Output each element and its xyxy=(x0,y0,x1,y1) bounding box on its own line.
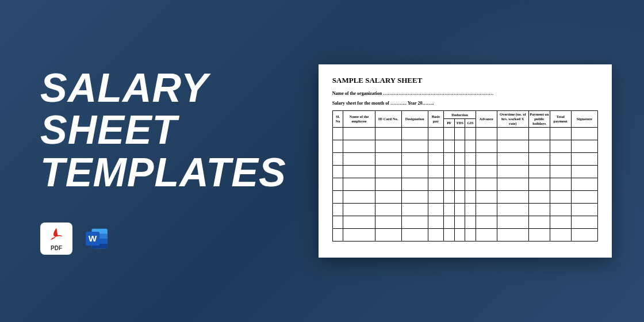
document-preview: SAMPLE SALARY SHEET Name of the organiza… xyxy=(319,64,612,257)
pdf-symbol-icon xyxy=(48,227,65,244)
table-cell xyxy=(465,140,476,152)
org-line: Name of the organization ………………………………………… xyxy=(332,91,598,96)
table-cell xyxy=(550,203,571,216)
word-icon: W xyxy=(80,223,113,255)
table-cell xyxy=(375,216,401,228)
table-cell xyxy=(497,165,528,178)
table-cell xyxy=(465,203,476,216)
format-icons: PDF W xyxy=(40,223,309,255)
table-cell xyxy=(571,203,597,216)
table-row xyxy=(332,190,597,203)
title-line-1: SALARY xyxy=(40,67,309,110)
table-cell xyxy=(497,127,528,140)
table-cell xyxy=(428,178,444,190)
table-cell xyxy=(428,203,444,216)
table-cell xyxy=(476,152,497,165)
table-cell xyxy=(401,140,428,152)
table-cell xyxy=(550,165,571,178)
table-cell xyxy=(343,152,375,165)
table-cell xyxy=(476,216,497,228)
table-cell xyxy=(571,127,597,140)
table-cell xyxy=(343,203,375,216)
table-cell xyxy=(497,152,528,165)
word-symbol-icon: W xyxy=(80,225,113,252)
th-pf: PF xyxy=(444,119,454,127)
table-cell xyxy=(343,216,375,228)
table-cell xyxy=(476,190,497,203)
table-cell xyxy=(550,152,571,165)
document-preview-panel: SAMPLE SALARY SHEET Name of the organiza… xyxy=(309,64,644,257)
title-panel: SALARY SHEET TEMPLATES PDF W xyxy=(0,67,309,255)
table-cell xyxy=(465,165,476,178)
table-cell xyxy=(454,203,465,216)
table-cell xyxy=(497,140,528,152)
table-cell xyxy=(444,152,454,165)
th-id: ID Card No. xyxy=(375,111,401,127)
table-cell xyxy=(428,140,444,152)
table-cell xyxy=(375,152,401,165)
th-signature: Signature xyxy=(571,111,597,127)
title-line-3: TEMPLATES xyxy=(40,152,309,194)
table-cell xyxy=(428,228,444,241)
table-cell xyxy=(428,165,444,178)
table-cell xyxy=(343,190,375,203)
table-cell xyxy=(571,228,597,241)
table-cell xyxy=(401,216,428,228)
table-cell xyxy=(528,190,550,203)
th-tds: TDS xyxy=(454,119,465,127)
th-total: Total payment xyxy=(550,111,571,127)
table-cell xyxy=(332,228,343,241)
doc-heading: SAMPLE SALARY SHEET xyxy=(332,76,598,85)
table-cell xyxy=(465,216,476,228)
table-cell xyxy=(444,203,454,216)
table-cell xyxy=(476,228,497,241)
table-cell xyxy=(375,140,401,152)
table-cell xyxy=(571,178,597,190)
table-cell xyxy=(401,228,428,241)
table-cell xyxy=(375,178,401,190)
table-cell xyxy=(465,178,476,190)
th-deduction: Deduction xyxy=(444,111,476,119)
table-cell xyxy=(476,203,497,216)
table-cell xyxy=(550,127,571,140)
table-cell xyxy=(444,228,454,241)
table-cell xyxy=(465,127,476,140)
table-cell xyxy=(401,190,428,203)
table-cell xyxy=(454,165,465,178)
th-sl: Sl. No xyxy=(332,111,343,127)
table-cell xyxy=(332,127,343,140)
table-cell xyxy=(571,216,597,228)
table-cell xyxy=(497,178,528,190)
table-cell xyxy=(343,165,375,178)
table-cell xyxy=(332,203,343,216)
table-cell xyxy=(444,140,454,152)
table-cell xyxy=(571,140,597,152)
table-cell xyxy=(343,127,375,140)
page-title: SALARY SHEET TEMPLATES xyxy=(40,67,309,194)
table-cell xyxy=(465,190,476,203)
table-cell xyxy=(332,178,343,190)
table-cell xyxy=(428,127,444,140)
th-designation: Designation xyxy=(401,111,428,127)
table-cell xyxy=(454,216,465,228)
table-cell xyxy=(497,216,528,228)
table-cell xyxy=(375,190,401,203)
table-cell xyxy=(550,228,571,241)
table-cell xyxy=(375,203,401,216)
table-cell xyxy=(528,127,550,140)
table-cell xyxy=(528,140,550,152)
th-payment-holidays: Payment on public holidays xyxy=(528,111,550,127)
table-cell xyxy=(401,165,428,178)
table-cell xyxy=(476,127,497,140)
table-cell xyxy=(571,165,597,178)
table-cell xyxy=(476,165,497,178)
table-cell xyxy=(332,140,343,152)
table-cell xyxy=(465,228,476,241)
table-row xyxy=(332,228,597,241)
pdf-label: PDF xyxy=(51,245,62,251)
table-body xyxy=(332,127,597,241)
table-cell xyxy=(428,216,444,228)
table-cell xyxy=(428,190,444,203)
table-cell xyxy=(528,152,550,165)
table-cell xyxy=(454,228,465,241)
